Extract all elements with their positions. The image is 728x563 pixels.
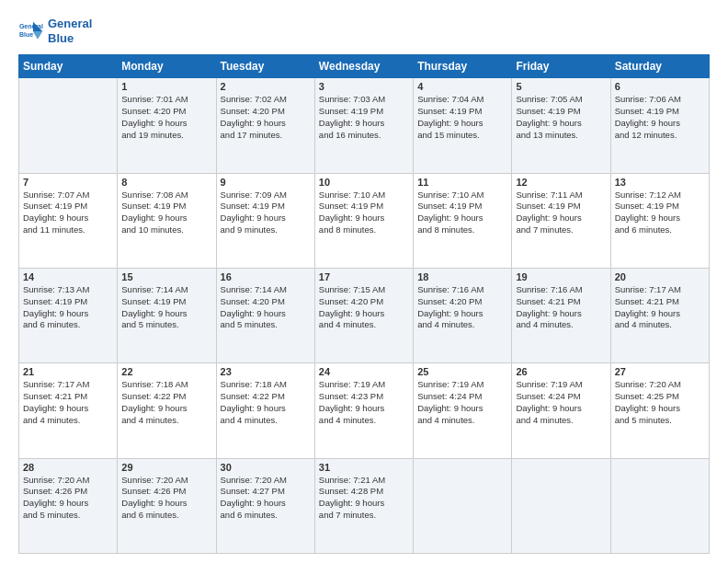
calendar-cell: 25Sunrise: 7:19 AMSunset: 4:24 PMDayligh… [414,363,512,458]
day-number: 28 [23,462,113,473]
day-number: 6 [615,81,705,92]
calendar-cell [512,458,610,553]
logo-text: GeneralBlue [48,17,92,45]
day-number: 24 [319,366,409,377]
calendar-cell: 6Sunrise: 7:06 AMSunset: 4:19 PMDaylight… [610,78,709,173]
calendar-week-4: 21Sunrise: 7:17 AMSunset: 4:21 PMDayligh… [19,363,710,458]
calendar-cell: 28Sunrise: 7:20 AMSunset: 4:26 PMDayligh… [19,458,118,553]
day-number: 3 [319,81,409,92]
day-info: Sunrise: 7:07 AMSunset: 4:19 PMDaylight:… [23,190,113,236]
day-info: Sunrise: 7:17 AMSunset: 4:21 PMDaylight:… [615,284,705,331]
calendar-cell: 3Sunrise: 7:03 AMSunset: 4:19 PMDaylight… [314,78,413,173]
calendar-cell: 30Sunrise: 7:20 AMSunset: 4:27 PMDayligh… [216,458,314,553]
day-number: 27 [615,366,705,377]
day-info: Sunrise: 7:19 AMSunset: 4:24 PMDaylight:… [516,379,606,426]
day-number: 19 [516,271,606,282]
calendar-cell [19,78,118,173]
day-number: 4 [417,81,507,92]
calendar-week-1: 1Sunrise: 7:01 AMSunset: 4:20 PMDaylight… [19,78,710,173]
day-info: Sunrise: 7:14 AMSunset: 4:19 PMDaylight:… [121,284,211,331]
calendar-cell: 15Sunrise: 7:14 AMSunset: 4:19 PMDayligh… [118,268,216,362]
day-number: 10 [319,177,409,188]
day-info: Sunrise: 7:15 AMSunset: 4:20 PMDaylight:… [319,284,409,331]
day-number: 13 [615,177,705,188]
calendar-cell: 27Sunrise: 7:20 AMSunset: 4:25 PMDayligh… [610,363,709,458]
day-number: 31 [319,462,409,473]
day-info: Sunrise: 7:20 AMSunset: 4:26 PMDaylight:… [23,475,113,522]
calendar-table: SundayMondayTuesdayWednesdayThursdayFrid… [18,54,710,554]
calendar-cell: 2Sunrise: 7:02 AMSunset: 4:20 PMDaylight… [216,78,314,173]
calendar-cell: 10Sunrise: 7:10 AMSunset: 4:19 PMDayligh… [314,173,413,268]
calendar-header-tuesday: Tuesday [216,55,314,78]
day-info: Sunrise: 7:14 AMSunset: 4:20 PMDaylight:… [221,284,311,331]
day-info: Sunrise: 7:20 AMSunset: 4:25 PMDaylight:… [615,379,705,426]
day-info: Sunrise: 7:06 AMSunset: 4:19 PMDaylight:… [615,94,705,141]
calendar-week-2: 7Sunrise: 7:07 AMSunset: 4:19 PMDaylight… [19,173,710,268]
day-number: 26 [516,366,606,377]
day-info: Sunrise: 7:02 AMSunset: 4:20 PMDaylight:… [221,94,311,141]
day-number: 25 [417,366,507,377]
day-info: Sunrise: 7:18 AMSunset: 4:22 PMDaylight:… [121,379,211,426]
day-number: 17 [319,271,409,282]
day-number: 14 [23,271,113,282]
calendar-week-3: 14Sunrise: 7:13 AMSunset: 4:19 PMDayligh… [19,268,710,362]
day-info: Sunrise: 7:21 AMSunset: 4:28 PMDaylight:… [319,475,409,522]
calendar-header-sunday: Sunday [19,55,118,78]
header: General Blue GeneralBlue [18,17,710,45]
day-number: 1 [121,81,211,92]
calendar-cell [610,458,709,553]
calendar-cell: 7Sunrise: 7:07 AMSunset: 4:19 PMDaylight… [19,173,118,268]
day-number: 9 [221,177,311,188]
day-info: Sunrise: 7:19 AMSunset: 4:23 PMDaylight:… [319,379,409,426]
svg-text:General: General [19,23,43,29]
page: General Blue GeneralBlue SundayMondayTue… [0,0,728,563]
day-info: Sunrise: 7:20 AMSunset: 4:26 PMDaylight:… [121,475,211,522]
calendar-cell: 14Sunrise: 7:13 AMSunset: 4:19 PMDayligh… [19,268,118,362]
day-number: 18 [417,271,507,282]
day-number: 20 [615,271,705,282]
calendar-header-saturday: Saturday [610,55,709,78]
svg-text:Blue: Blue [19,31,33,38]
calendar-cell: 20Sunrise: 7:17 AMSunset: 4:21 PMDayligh… [610,268,709,362]
calendar-cell: 5Sunrise: 7:05 AMSunset: 4:19 PMDaylight… [512,78,610,173]
day-info: Sunrise: 7:04 AMSunset: 4:19 PMDaylight:… [417,94,507,141]
day-info: Sunrise: 7:18 AMSunset: 4:22 PMDaylight:… [221,379,311,426]
calendar-cell: 1Sunrise: 7:01 AMSunset: 4:20 PMDaylight… [118,78,216,173]
calendar-cell: 21Sunrise: 7:17 AMSunset: 4:21 PMDayligh… [19,363,118,458]
calendar-cell: 11Sunrise: 7:10 AMSunset: 4:19 PMDayligh… [414,173,512,268]
day-info: Sunrise: 7:09 AMSunset: 4:19 PMDaylight:… [221,190,311,236]
logo-icon: General Blue [18,18,44,44]
calendar-cell: 4Sunrise: 7:04 AMSunset: 4:19 PMDaylight… [414,78,512,173]
calendar-cell: 13Sunrise: 7:12 AMSunset: 4:19 PMDayligh… [610,173,709,268]
calendar-cell: 19Sunrise: 7:16 AMSunset: 4:21 PMDayligh… [512,268,610,362]
calendar-cell: 16Sunrise: 7:14 AMSunset: 4:20 PMDayligh… [216,268,314,362]
calendar-cell: 9Sunrise: 7:09 AMSunset: 4:19 PMDaylight… [216,173,314,268]
day-number: 30 [221,462,311,473]
day-info: Sunrise: 7:16 AMSunset: 4:21 PMDaylight:… [516,284,606,331]
calendar-cell: 17Sunrise: 7:15 AMSunset: 4:20 PMDayligh… [314,268,413,362]
calendar-cell: 24Sunrise: 7:19 AMSunset: 4:23 PMDayligh… [314,363,413,458]
day-number: 12 [516,177,606,188]
calendar-week-5: 28Sunrise: 7:20 AMSunset: 4:26 PMDayligh… [19,458,710,553]
day-info: Sunrise: 7:16 AMSunset: 4:20 PMDaylight:… [417,284,507,331]
calendar-cell: 8Sunrise: 7:08 AMSunset: 4:19 PMDaylight… [118,173,216,268]
calendar-cell: 23Sunrise: 7:18 AMSunset: 4:22 PMDayligh… [216,363,314,458]
calendar-header-friday: Friday [512,55,610,78]
calendar-cell: 31Sunrise: 7:21 AMSunset: 4:28 PMDayligh… [314,458,413,553]
calendar-header-row: SundayMondayTuesdayWednesdayThursdayFrid… [19,55,710,78]
day-info: Sunrise: 7:03 AMSunset: 4:19 PMDaylight:… [319,94,409,141]
day-number: 22 [121,366,211,377]
day-number: 15 [121,271,211,282]
calendar-cell: 12Sunrise: 7:11 AMSunset: 4:19 PMDayligh… [512,173,610,268]
day-info: Sunrise: 7:10 AMSunset: 4:19 PMDaylight:… [319,190,409,236]
calendar-cell: 26Sunrise: 7:19 AMSunset: 4:24 PMDayligh… [512,363,610,458]
day-number: 8 [121,177,211,188]
day-info: Sunrise: 7:10 AMSunset: 4:19 PMDaylight:… [417,190,507,236]
day-number: 11 [417,177,507,188]
calendar-header-monday: Monday [118,55,216,78]
day-info: Sunrise: 7:01 AMSunset: 4:20 PMDaylight:… [121,94,211,141]
calendar-cell: 22Sunrise: 7:18 AMSunset: 4:22 PMDayligh… [118,363,216,458]
calendar-cell: 29Sunrise: 7:20 AMSunset: 4:26 PMDayligh… [118,458,216,553]
day-info: Sunrise: 7:08 AMSunset: 4:19 PMDaylight:… [121,190,211,236]
day-info: Sunrise: 7:13 AMSunset: 4:19 PMDaylight:… [23,284,113,331]
